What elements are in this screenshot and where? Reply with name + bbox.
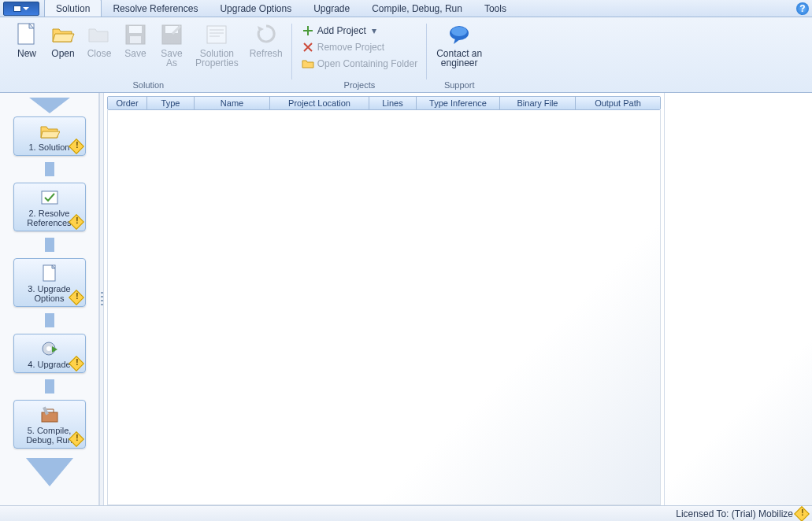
column-output-path[interactable]: Output Path [576, 97, 660, 109]
solution-properties-button: Solution Properties [191, 20, 243, 79]
properties-icon [204, 22, 229, 47]
open-containing-folder-button: Open Containing Folder [300, 57, 419, 71]
remove-icon [302, 41, 314, 54]
right-side-panel [664, 93, 812, 505]
wizard-step-upgrade-options[interactable]: 3. Upgrade Options [13, 258, 86, 307]
wizard-sidebar: 1. Solution 2. Resolve References 3. Upg… [0, 93, 99, 505]
open-containing-label: Open Containing Folder [317, 58, 417, 69]
open-label: Open [51, 49, 74, 58]
solution-properties-label: Solution Properties [195, 49, 239, 68]
folder-open-icon [39, 122, 61, 141]
tab-solution[interactable]: Solution [44, 0, 102, 17]
column-order[interactable]: Order [108, 97, 147, 109]
save-button: Save [118, 20, 153, 79]
check-document-icon [39, 188, 61, 207]
chat-bubble-icon [447, 22, 472, 47]
grip-icon [101, 292, 103, 306]
add-project-label: Add Project [317, 25, 366, 36]
new-label: New [17, 49, 36, 58]
add-project-button[interactable]: Add Project ▾ [300, 24, 419, 38]
connector-icon [45, 313, 54, 327]
contact-engineer-button[interactable]: Contact an engineer [432, 20, 487, 79]
svg-rect-16 [42, 412, 57, 422]
wizard-step-label: 4. Upgrade [28, 360, 70, 369]
ribbon-group-projects-label: Projects [344, 79, 376, 92]
warning-icon[interactable] [794, 506, 810, 521]
folder-icon [302, 57, 314, 70]
ribbon-group-solution-label: Solution [132, 79, 164, 92]
wizard-step-resolve-references[interactable]: 2. Resolve References [13, 183, 86, 231]
tab-upgrade-options[interactable]: Upgrade Options [209, 0, 302, 17]
app-menu-button[interactable] [3, 2, 39, 16]
save-as-label: Save As [161, 49, 182, 68]
column-lines[interactable]: Lines [369, 97, 417, 109]
refresh-button: Refresh [245, 20, 287, 79]
close-button: Close [82, 20, 117, 79]
wizard-step-solution[interactable]: 1. Solution [13, 116, 86, 156]
svg-rect-2 [129, 26, 142, 33]
close-label: Close [87, 49, 112, 58]
document-icon [39, 264, 61, 283]
close-folder-icon [87, 22, 112, 47]
svg-rect-12 [42, 191, 57, 204]
help-button[interactable]: ? [796, 2, 809, 15]
arrow-top-icon [29, 98, 70, 113]
grid-body[interactable] [107, 110, 661, 505]
connector-icon [45, 238, 54, 252]
project-grid: Order Type Name Project Location Lines T… [104, 93, 664, 505]
save-icon [123, 22, 148, 47]
tab-resolve-references[interactable]: Resolve References [102, 0, 209, 17]
license-text: Licensed To: (Trial) Mobilize [676, 508, 793, 519]
remove-project-label: Remove Project [317, 42, 384, 53]
connector-icon [45, 379, 54, 394]
add-icon [302, 24, 314, 37]
ribbon-tabs: Solution Resolve References Upgrade Opti… [44, 0, 517, 17]
contact-engineer-label: Contact an engineer [436, 49, 482, 68]
new-button[interactable]: New [9, 20, 44, 79]
column-name[interactable]: Name [195, 97, 270, 109]
tab-compile-debug-run[interactable]: Compile, Debug, Run [361, 0, 473, 17]
save-label: Save [124, 49, 146, 58]
column-project-location[interactable]: Project Location [270, 97, 369, 109]
refresh-icon [254, 22, 279, 47]
ribbon-group-solution: New Open Close Save [5, 20, 292, 92]
open-button[interactable]: Open [46, 20, 80, 79]
grid-header: Order Type Name Project Location Lines T… [107, 96, 661, 110]
wizard-step-compile-debug-run[interactable]: 5. Compile, Debug, Run [13, 400, 86, 449]
status-bar: Licensed To: (Trial) Mobilize [0, 505, 812, 521]
open-folder-icon [50, 22, 76, 47]
new-file-icon [14, 22, 39, 47]
column-binary-file[interactable]: Binary File [500, 97, 576, 109]
dropdown-icon [23, 7, 29, 10]
warning-icon [69, 139, 84, 154]
svg-point-15 [46, 346, 51, 351]
title-bar: Solution Resolve References Upgrade Opti… [0, 0, 812, 17]
ribbon-group-projects: Add Project ▾ Remove Project Open Contai… [292, 20, 427, 92]
wizard-step-upgrade[interactable]: 4. Upgrade [13, 334, 86, 373]
save-as-button: Save As [154, 20, 189, 79]
tab-tools[interactable]: Tools [473, 0, 517, 17]
wizard-step-label: 1. Solution [29, 142, 70, 152]
toolbox-icon [39, 405, 61, 424]
ribbon-group-support-label: Support [444, 79, 475, 92]
refresh-label: Refresh [250, 49, 283, 58]
app-menu-icon [13, 6, 21, 12]
column-type[interactable]: Type [147, 97, 195, 109]
column-type-inference[interactable]: Type Inference [417, 97, 500, 109]
ribbon: New Open Close Save [0, 17, 812, 93]
svg-rect-6 [207, 26, 226, 43]
save-as-icon [159, 22, 184, 47]
ribbon-group-support: Contact an engineer Support [427, 20, 491, 92]
gear-play-icon [39, 339, 61, 358]
main-body: 1. Solution 2. Resolve References 3. Upg… [0, 93, 812, 505]
arrow-bottom-icon [26, 458, 73, 486]
tab-upgrade[interactable]: Upgrade [302, 0, 361, 17]
connector-icon [45, 162, 54, 176]
svg-rect-3 [130, 36, 141, 43]
svg-point-11 [451, 27, 467, 36]
dropdown-icon: ▾ [372, 25, 376, 36]
remove-project-button: Remove Project [300, 40, 419, 54]
